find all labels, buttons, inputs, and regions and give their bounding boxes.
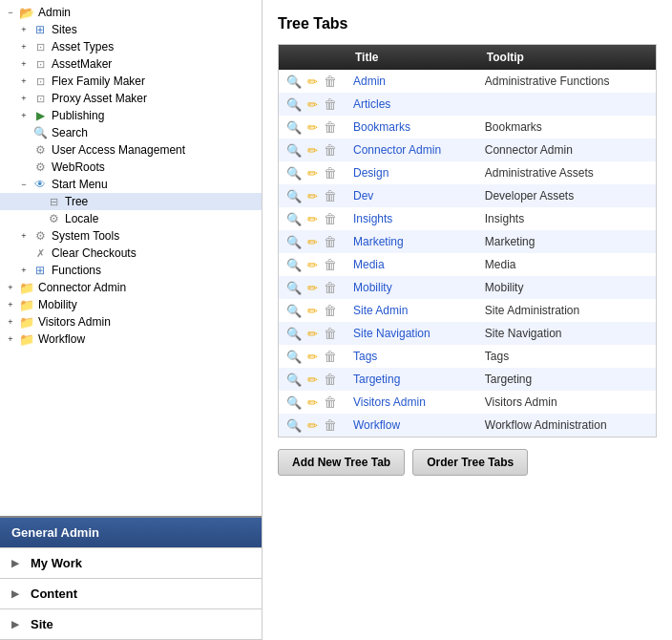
- expand-btn[interactable]: [17, 109, 31, 122]
- delete-icon[interactable]: 🗑: [323, 280, 338, 295]
- expand-btn[interactable]: [17, 40, 31, 53]
- expand-btn[interactable]: [4, 6, 17, 19]
- row-title[interactable]: Articles: [346, 93, 477, 116]
- expand-btn[interactable]: [4, 332, 17, 346]
- edit-icon[interactable]: ✏: [304, 326, 320, 341]
- row-title[interactable]: Bookmarks: [346, 116, 477, 139]
- tree-item-assetmaker[interactable]: ⊡AssetMaker: [0, 55, 262, 73]
- expand-btn[interactable]: [4, 298, 17, 311]
- edit-icon[interactable]: ✏: [304, 188, 320, 203]
- tree-item-start-menu[interactable]: 👁Start Menu: [0, 176, 262, 193]
- tree-item-user-access[interactable]: ⚙User Access Management: [0, 141, 262, 159]
- view-icon[interactable]: 🔍: [286, 188, 302, 203]
- row-title[interactable]: Marketing: [346, 230, 477, 253]
- view-icon[interactable]: 🔍: [286, 74, 302, 89]
- tree-item-admin[interactable]: 📂Admin: [0, 4, 262, 21]
- row-title[interactable]: Media: [346, 253, 477, 276]
- title-link[interactable]: Bookmarks: [353, 120, 410, 134]
- expand-btn[interactable]: [17, 75, 31, 88]
- tree-item-asset-types[interactable]: ⊡Asset Types: [0, 38, 262, 55]
- title-link[interactable]: Site Admin: [353, 304, 408, 317]
- delete-icon[interactable]: 🗑: [323, 119, 338, 135]
- row-title[interactable]: Targeting: [346, 368, 477, 391]
- row-title[interactable]: Admin: [346, 70, 477, 93]
- view-icon[interactable]: 🔍: [286, 395, 302, 410]
- expand-btn[interactable]: [17, 229, 31, 243]
- delete-icon[interactable]: 🗑: [323, 211, 338, 226]
- delete-icon[interactable]: 🗑: [323, 165, 338, 181]
- view-icon[interactable]: 🔍: [286, 96, 302, 112]
- edit-icon[interactable]: ✏: [304, 280, 320, 295]
- delete-icon[interactable]: 🗑: [323, 303, 338, 318]
- title-link[interactable]: Articles: [353, 97, 390, 111]
- title-link[interactable]: Site Navigation: [353, 327, 430, 340]
- view-icon[interactable]: 🔍: [286, 234, 302, 249]
- edit-icon[interactable]: ✏: [304, 165, 320, 181]
- view-icon[interactable]: 🔍: [286, 280, 302, 295]
- tree-item-publishing[interactable]: ▶Publishing: [0, 107, 262, 124]
- tree-item-locale[interactable]: ⚙Locale: [0, 210, 262, 227]
- row-title[interactable]: Design: [346, 161, 477, 184]
- expand-btn[interactable]: [17, 264, 31, 277]
- edit-icon[interactable]: ✏: [304, 417, 320, 433]
- tree-item-search[interactable]: 🔍Search: [0, 124, 262, 141]
- delete-icon[interactable]: 🗑: [323, 142, 338, 158]
- view-icon[interactable]: 🔍: [286, 349, 302, 364]
- tree-item-tree[interactable]: ⊟Tree: [0, 193, 262, 210]
- expand-btn[interactable]: [17, 92, 31, 105]
- tree-item-flex-family[interactable]: ⊡Flex Family Maker: [0, 73, 262, 90]
- row-title[interactable]: Workflow: [346, 414, 477, 437]
- tree-item-mobility[interactable]: 📁Mobility: [0, 296, 262, 313]
- delete-icon[interactable]: 🗑: [323, 96, 338, 112]
- edit-icon[interactable]: ✏: [304, 142, 320, 158]
- nav-item-general-admin[interactable]: General Admin: [0, 518, 262, 548]
- tree-item-sites[interactable]: ⊞Sites: [0, 21, 262, 38]
- delete-icon[interactable]: 🗑: [323, 234, 338, 249]
- title-link[interactable]: Admin: [353, 75, 386, 88]
- tree-item-workflow[interactable]: 📁Workflow: [0, 331, 262, 348]
- tree-area[interactable]: 📂Admin⊞Sites⊡Asset Types⊡AssetMaker⊡Flex…: [0, 0, 262, 516]
- delete-icon[interactable]: 🗑: [323, 188, 338, 203]
- title-link[interactable]: Insights: [353, 212, 392, 225]
- tree-item-functions[interactable]: ⊞Functions: [0, 262, 262, 279]
- delete-icon[interactable]: 🗑: [323, 417, 338, 433]
- title-link[interactable]: Dev: [353, 189, 373, 203]
- edit-icon[interactable]: ✏: [304, 119, 320, 135]
- tree-item-system-tools[interactable]: ⚙System Tools: [0, 227, 262, 245]
- delete-icon[interactable]: 🗑: [323, 257, 338, 272]
- view-icon[interactable]: 🔍: [286, 142, 302, 158]
- row-title[interactable]: Connector Admin: [346, 139, 477, 161]
- title-link[interactable]: Targeting: [353, 373, 400, 386]
- view-icon[interactable]: 🔍: [286, 417, 302, 433]
- expand-btn[interactable]: [4, 315, 17, 329]
- edit-icon[interactable]: ✏: [304, 211, 320, 226]
- view-icon[interactable]: 🔍: [286, 257, 302, 272]
- edit-icon[interactable]: ✏: [304, 395, 320, 410]
- row-title[interactable]: Dev: [346, 184, 477, 207]
- view-icon[interactable]: 🔍: [286, 303, 302, 318]
- title-link[interactable]: Mobility: [353, 281, 392, 294]
- delete-icon[interactable]: 🗑: [323, 74, 338, 89]
- expand-btn[interactable]: [17, 23, 31, 36]
- tree-item-visitors-admin[interactable]: 📁Visitors Admin: [0, 313, 262, 331]
- tree-item-proxy-asset[interactable]: ⊡Proxy Asset Maker: [0, 90, 262, 107]
- title-link[interactable]: Media: [353, 258, 385, 271]
- edit-icon[interactable]: ✏: [304, 349, 320, 364]
- delete-icon[interactable]: 🗑: [323, 372, 338, 387]
- view-icon[interactable]: 🔍: [286, 372, 302, 387]
- view-icon[interactable]: 🔍: [286, 119, 302, 135]
- nav-item-site[interactable]: ▶Site: [0, 609, 262, 640]
- tree-item-webroots[interactable]: ⚙WebRoots: [0, 159, 262, 176]
- title-link[interactable]: Marketing: [353, 235, 404, 248]
- expand-btn[interactable]: [4, 281, 17, 294]
- view-icon[interactable]: 🔍: [286, 165, 302, 181]
- title-link[interactable]: Design: [353, 166, 388, 180]
- row-title[interactable]: Tags: [346, 345, 477, 368]
- edit-icon[interactable]: ✏: [304, 372, 320, 387]
- order-tree-tabs-button[interactable]: Order Tree Tabs: [412, 449, 528, 476]
- row-title[interactable]: Insights: [346, 207, 477, 230]
- add-tree-tab-button[interactable]: Add New Tree Tab: [278, 449, 405, 476]
- edit-icon[interactable]: ✏: [304, 303, 320, 318]
- expand-btn[interactable]: [17, 178, 31, 191]
- tree-item-clear-checkouts[interactable]: ✗Clear Checkouts: [0, 245, 262, 262]
